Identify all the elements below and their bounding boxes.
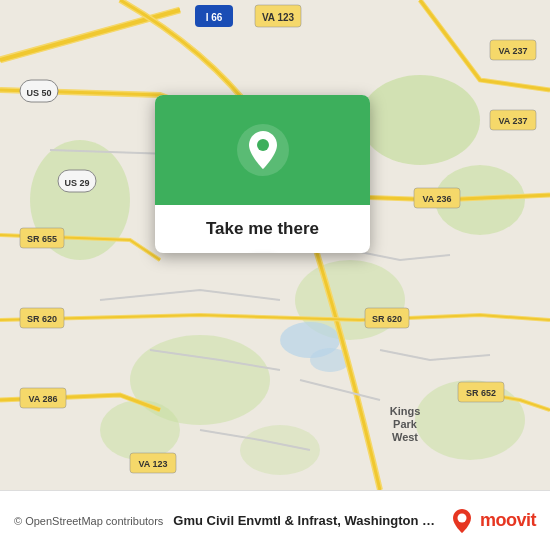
svg-text:SR 652: SR 652 [466,388,496,398]
map-container: I 66 VA 123 US 50 US 29 SR 655 SR 620 SR… [0,0,550,490]
popup-green-area [155,95,370,205]
bottom-bar: © OpenStreetMap contributors Gmu Civil E… [0,490,550,550]
svg-point-1 [360,75,480,165]
location-pin-icon [236,123,290,177]
svg-text:SR 655: SR 655 [27,234,57,244]
svg-point-41 [257,139,269,151]
svg-text:I 66: I 66 [206,12,223,23]
svg-text:SR 620: SR 620 [372,314,402,324]
svg-text:VA 237: VA 237 [498,46,527,56]
svg-text:US 50: US 50 [26,88,51,98]
svg-point-42 [457,513,466,522]
svg-text:West: West [392,431,418,443]
svg-text:VA 123: VA 123 [262,12,295,23]
moovit-pin-icon [448,507,476,535]
svg-text:Kings: Kings [390,405,421,417]
svg-text:VA 237: VA 237 [498,116,527,126]
svg-text:VA 123: VA 123 [138,459,167,469]
svg-text:VA 286: VA 286 [28,394,57,404]
moovit-logo: moovit [448,507,536,535]
svg-text:VA 236: VA 236 [422,194,451,204]
location-name: Gmu Civil Envmtl & Infrast, Washington /… [173,513,438,528]
moovit-text: moovit [480,510,536,531]
popup-card: Take me there [155,95,370,253]
osm-credit: © OpenStreetMap contributors [14,515,163,527]
svg-text:US 29: US 29 [64,178,89,188]
svg-point-6 [100,400,180,460]
svg-text:Park: Park [393,418,418,430]
take-me-there-button[interactable]: Take me there [186,205,339,253]
svg-text:SR 620: SR 620 [27,314,57,324]
